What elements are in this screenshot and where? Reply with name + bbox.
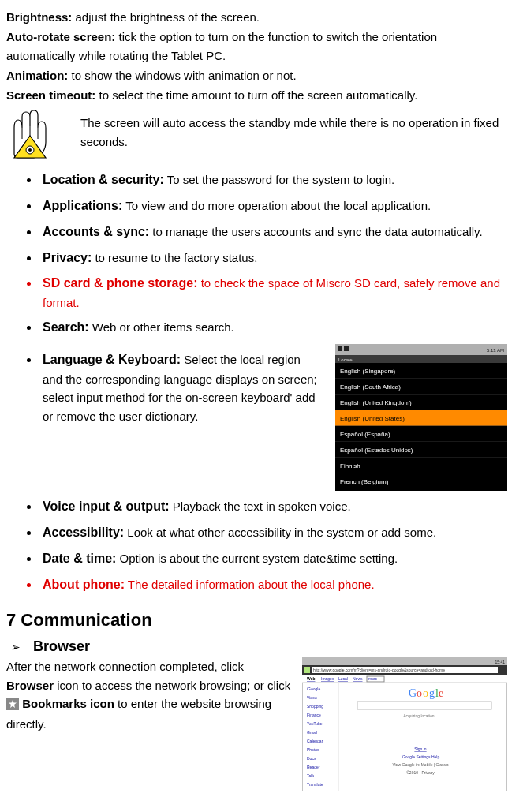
svg-rect-70 (357, 702, 491, 709)
item-label: Privacy: (43, 251, 92, 264)
svg-text:Talk: Talk (307, 773, 314, 778)
locale-row: English (United Kingdom) (335, 395, 507, 410)
svg-rect-10 (344, 346, 349, 351)
svg-rect-8 (335, 344, 507, 355)
locale-row-selected: English (United States) (335, 410, 507, 426)
locale-row: Español (Estados Unidos) (335, 442, 507, 458)
svg-text:Acquiring location...: Acquiring location... (403, 713, 438, 718)
item-label: Language & Keyboard: (43, 353, 181, 366)
svg-text:Finnish: Finnish (340, 462, 360, 470)
def-autorotate: Auto-rotate screen: tick the option to t… (6, 28, 507, 65)
svg-text:Docs: Docs (307, 756, 316, 761)
svg-text:g: g (429, 687, 435, 699)
svg-text:Finance: Finance (307, 713, 321, 717)
browser-text-a: After the network connection completed, … (6, 660, 244, 673)
def-animation-label: Animation: (6, 69, 68, 82)
browser-text: After the network connection completed, … (6, 657, 302, 733)
svg-text:Gmail: Gmail (307, 730, 317, 735)
item-text: to manage the users accounts and sync th… (149, 225, 482, 238)
browser-text-d: Bookmarks icon (22, 697, 114, 710)
list-item: Accounts & sync: to manage the users acc… (39, 223, 507, 242)
svg-text:G: G (409, 687, 417, 699)
list-item: Search: Web or other items search. (39, 318, 507, 338)
svg-text:Locale: Locale (338, 357, 353, 362)
item-text: Web or other items search. (89, 320, 234, 334)
section-heading: 7 Communication (6, 607, 507, 634)
svg-text:Sign in: Sign in (414, 747, 427, 751)
svg-text:French (Belgium): French (Belgium) (340, 478, 389, 485)
svg-text:YouTube: YouTube (307, 721, 323, 726)
item-text: Playback the text in spoken voice. (170, 500, 351, 513)
list-item: SD card & phone storage: to check the sp… (39, 274, 507, 312)
def-timeout-text: to select the time amount to turn off th… (95, 88, 417, 102)
list-item: Voice input & output: Playback the text … (39, 497, 507, 517)
bookmark-icon (6, 697, 19, 715)
item-label: Accounts & sync: (43, 225, 149, 238)
item-text: to resume to the factory status. (92, 251, 257, 264)
def-animation: Animation: to show the windows with anim… (6, 66, 507, 84)
settings-list-1: Location & security: To set the password… (6, 170, 507, 338)
list-item: Accessibility: Look at what other access… (39, 523, 507, 543)
svg-text:English (Singapore): English (Singapore) (340, 368, 396, 375)
browser-screenshot: 15:41 http://www.google.com/m?client=ms-… (302, 657, 507, 791)
svg-text:Web: Web (307, 676, 315, 681)
def-animation-text: to show the windows with animation or no… (68, 69, 296, 82)
browser-text-b: Browser (6, 679, 54, 692)
item-label: Location & security: (43, 173, 164, 186)
def-autorotate-label: Auto-rotate screen: (6, 30, 115, 43)
def-brightness: Brightness: adjust the brightness of the… (6, 8, 507, 26)
list-item: About phone: The detailed information ab… (39, 575, 507, 595)
svg-text:iGoogle: iGoogle (307, 687, 320, 691)
subsection-title: Browser (33, 636, 90, 658)
svg-text:Reader: Reader (307, 765, 320, 769)
svg-rect-39 (302, 657, 507, 665)
status-time: 15:41 (495, 660, 505, 664)
locale-row: French (Belgium) (335, 473, 507, 489)
browser-block: After the network connection completed, … (6, 657, 507, 791)
item-label: SD card & phone storage: (43, 276, 197, 290)
locale-row: English (South Africa) (335, 379, 507, 395)
locale-screenshot: 5:13 AM Locale English (Singapore) Engli… (335, 344, 507, 491)
browser-text-c: icon to access the network browsing; or … (54, 679, 290, 692)
item-label: Date & time: (43, 552, 116, 565)
list-item: Date & time: Option is about the current… (39, 549, 507, 569)
def-timeout-label: Screen timeout: (6, 88, 95, 102)
svg-point-6 (28, 148, 32, 152)
svg-text:iGoogle   Settings   Help: iGoogle Settings Help (402, 754, 440, 759)
item-label: Search: (43, 320, 89, 334)
svg-text:English (South Africa): English (South Africa) (340, 384, 401, 391)
def-timeout: Screen timeout: to select the time amoun… (6, 86, 507, 104)
def-brightness-label: Brightness: (6, 10, 72, 24)
locale-row: English (Singapore) (335, 363, 507, 379)
list-item: Privacy: to resume to the factory status… (39, 249, 507, 268)
svg-text:Images: Images (321, 676, 334, 681)
list-item: Location & security: To set the password… (39, 170, 507, 190)
item-text: Option is about the current system date&… (116, 552, 398, 565)
svg-text:Local: Local (338, 676, 348, 681)
status-time: 5:13 AM (487, 348, 504, 353)
chevron-right-icon: ➢ (11, 639, 21, 657)
url-text: http://www.google.com/m?client=ms-androi… (313, 668, 445, 672)
svg-text:Calendar: Calendar (307, 739, 323, 743)
locale-row: Finnish (335, 458, 507, 473)
list-item: Applications: To view and do more operat… (39, 196, 507, 216)
settings-list-2: Voice input & output: Playback the text … (6, 497, 507, 594)
warning-hand-icon (6, 110, 63, 163)
svg-text:o: o (423, 687, 428, 699)
svg-text:©2010 - Privacy: ©2010 - Privacy (406, 770, 435, 775)
svg-text:News: News (353, 676, 363, 681)
svg-text:e: e (439, 687, 443, 699)
warning-row: The screen will auto access the standby … (6, 110, 507, 163)
svg-text:Photos: Photos (307, 747, 319, 752)
list-item: Language & Keyboard: Select the local re… (39, 350, 321, 425)
item-label: Accessibility: (43, 526, 124, 539)
item-text: The detailed information about the local… (125, 578, 375, 591)
svg-text:English (United States): English (United States) (340, 415, 405, 422)
svg-rect-31 (335, 458, 507, 473)
warning-text: The screen will auto access the standby … (80, 110, 507, 151)
svg-rect-42 (304, 667, 310, 673)
svg-text:View Google in: Mobile | Class: View Google in: Mobile | Classic (392, 762, 449, 767)
svg-text:Español (Estados Unidos): Español (Estados Unidos) (340, 447, 413, 454)
item-label: Applications: (43, 199, 122, 212)
svg-rect-11 (335, 355, 507, 363)
